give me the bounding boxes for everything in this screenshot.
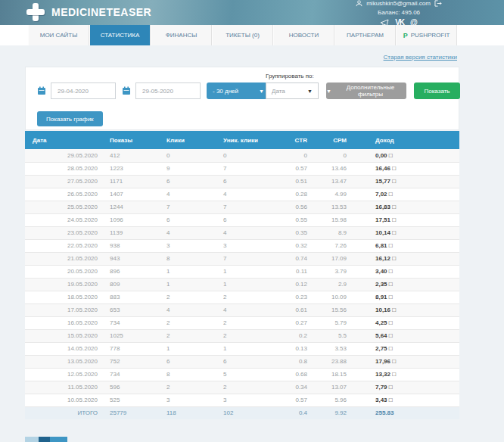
value-cell: 0 <box>217 149 274 162</box>
value-cell: 13.46 <box>313 162 353 175</box>
column-header: Уник. клики <box>217 131 274 149</box>
table-row: 19.05.2020809110.122.92,35 □ <box>25 278 459 291</box>
tab-2[interactable]: ФИНАНСЫ <box>151 25 212 45</box>
value-cell: 2 <box>160 329 217 342</box>
value-cell: 5.96 <box>313 394 353 406</box>
pushprofit-icon: P <box>403 32 408 39</box>
value-cell: 0.55 <box>274 213 313 226</box>
value-cell: 7 <box>217 252 274 265</box>
value-cell: 896 <box>104 265 160 278</box>
logo[interactable]: MEDICINETEASER <box>26 3 151 21</box>
group-by-select[interactable]: Дата ▼ <box>266 82 319 99</box>
value-cell: 6 <box>160 175 217 188</box>
value-cell: 1 <box>217 278 274 291</box>
value-cell: 1407 <box>104 188 160 201</box>
date-cell: 21.05.2020 <box>25 252 104 265</box>
column-header: CPM <box>313 131 353 149</box>
tab-1[interactable]: СТАТИСТИКА <box>89 25 151 45</box>
value-cell: 17,96 □ <box>353 355 459 368</box>
period-select[interactable]: - 30 дней ▼ <box>207 82 270 99</box>
table-row: 15.05.20201025220.25.55,64 □ <box>25 329 459 342</box>
value-cell: 4 <box>217 303 274 316</box>
value-cell: 8.9 <box>313 226 353 239</box>
value-cell: 0.57 <box>274 162 313 175</box>
calendar-icon[interactable] <box>122 86 131 95</box>
table-row: 22.05.2020938330.327.266,81 □ <box>25 239 459 252</box>
group-by-label: Группировать по: <box>266 73 314 79</box>
date-to-input[interactable] <box>135 82 201 99</box>
table-row: 27.05.20201171660.5113.4715,77 □ <box>25 175 459 188</box>
old-stats-version-link[interactable]: Старая версия статистики <box>384 54 457 61</box>
value-cell: 943 <box>104 252 160 265</box>
value-cell: 2 <box>217 291 274 303</box>
total-value: 25779 <box>104 406 160 419</box>
value-cell: 7 <box>160 201 217 213</box>
user-box: mikushkin5@gmail.com Баланс: 495.06 VK @ <box>334 0 463 26</box>
value-cell: 4 <box>160 303 217 316</box>
total-value: 9.92 <box>313 406 353 419</box>
value-cell: 883 <box>104 291 160 303</box>
value-cell: 2 <box>160 316 217 329</box>
table-row: 18.05.2020883220.2310.098,91 □ <box>25 291 459 303</box>
value-cell: 6 <box>160 213 217 226</box>
value-cell: 5 <box>217 368 274 381</box>
user-email[interactable]: mikushkin5@gmail.com <box>366 0 431 7</box>
tab-0[interactable]: МОИ САЙТЫ <box>28 25 89 45</box>
value-cell: 0.2 <box>274 329 313 342</box>
column-header: Клики <box>160 131 217 149</box>
date-cell: 23.05.2020 <box>25 226 104 239</box>
main-nav: МОИ САЙТЫСТАТИСТИКАФИНАНСЫТИКЕТЫ (0)НОВО… <box>0 25 504 45</box>
value-cell: 525 <box>104 394 160 406</box>
pagination-button[interactable] <box>50 437 67 442</box>
value-cell: 17,51 □ <box>353 213 459 226</box>
value-cell: 4 <box>160 226 217 239</box>
value-cell: 0.68 <box>274 368 313 381</box>
value-cell: 9 <box>160 162 217 175</box>
value-cell: 778 <box>104 342 160 355</box>
value-cell: 23.88 <box>313 355 353 368</box>
value-cell: 0.34 <box>274 381 313 394</box>
value-cell: 1 <box>217 342 274 355</box>
value-cell: 3 <box>160 394 217 406</box>
date-cell: 17.05.2020 <box>25 303 104 316</box>
value-cell: 596 <box>104 381 160 394</box>
value-cell: 809 <box>104 278 160 291</box>
value-cell: 938 <box>104 239 160 252</box>
date-cell: 18.05.2020 <box>25 291 104 303</box>
date-cell: 14.05.2020 <box>25 342 104 355</box>
value-cell: 3 <box>217 394 274 406</box>
show-button[interactable]: Показать <box>414 82 460 99</box>
value-cell: 1 <box>160 278 217 291</box>
value-cell: 8,91 □ <box>353 291 459 303</box>
total-value: 102 <box>217 406 274 419</box>
table-row: 21.05.2020943870.7417.0916,12 □ <box>25 252 459 265</box>
date-cell: 28.05.2020 <box>25 162 104 175</box>
tab-label: МОИ САЙТЫ <box>40 32 78 39</box>
value-cell: 7.26 <box>313 239 353 252</box>
tab-5[interactable]: ПАРТНЕРАМ <box>334 25 396 45</box>
value-cell: 2 <box>217 316 274 329</box>
value-cell: 6 <box>217 355 274 368</box>
table-row: 11.05.2020596220.3413.077,79 □ <box>25 381 459 394</box>
show-chart-button[interactable]: Показать график <box>37 111 103 126</box>
table-row: 29.05.202041200000,00 □ <box>25 149 459 162</box>
value-cell: 10,14 □ <box>353 226 459 239</box>
value-cell: 0 <box>160 149 217 162</box>
extra-filters-button[interactable]: ▼ Дополнительные фильтры <box>326 82 406 99</box>
tab-3[interactable]: ТИКЕТЫ (0) <box>212 25 273 45</box>
value-cell: 16,12 □ <box>353 252 459 265</box>
pagination-button[interactable] <box>39 437 50 442</box>
value-cell: 10.09 <box>313 291 353 303</box>
table-row: 20.05.2020896110.113.793,40 □ <box>25 265 459 278</box>
logout-icon[interactable] <box>434 0 442 7</box>
date-cell: 29.05.2020 <box>25 149 104 162</box>
tab-4[interactable]: НОВОСТИ <box>273 25 334 45</box>
tab-6[interactable]: PPUSHPROFIT <box>396 25 457 45</box>
table-row: 16.05.2020734220.275.794,25 □ <box>25 316 459 329</box>
value-cell: 653 <box>104 303 160 316</box>
value-cell: 4 <box>160 188 217 201</box>
chevron-down-icon: ▼ <box>259 89 264 94</box>
date-from-input[interactable] <box>51 82 116 99</box>
calendar-icon[interactable] <box>37 86 46 95</box>
pagination-button[interactable] <box>25 437 39 442</box>
